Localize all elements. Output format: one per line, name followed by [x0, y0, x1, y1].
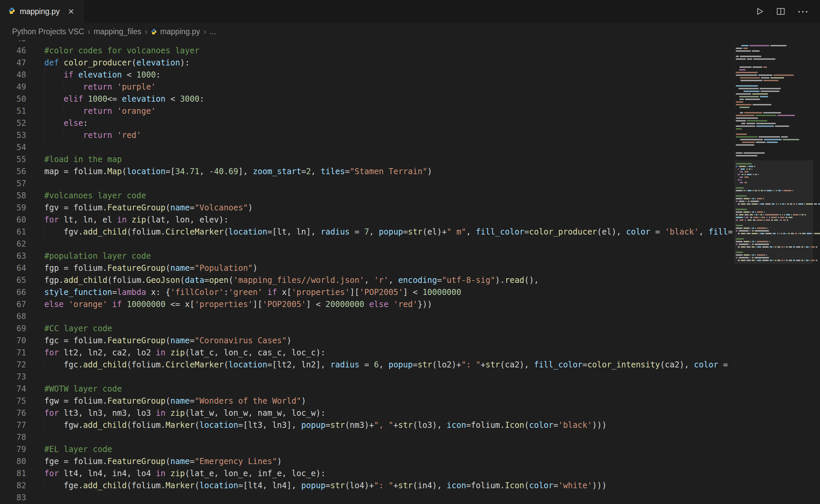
code-line[interactable]: 72 fgc.add_child(folium.CircleMarker(loc…	[0, 359, 820, 371]
code-line[interactable]: 63#population layer code	[0, 250, 820, 262]
code-line[interactable]: 78	[0, 431, 820, 443]
minimap-line	[736, 104, 810, 105]
breadcrumb-item--[interactable]: ...	[210, 27, 216, 36]
code-line[interactable]: 49 return 'purple'	[0, 81, 820, 93]
line-number[interactable]: 81	[0, 467, 26, 480]
code-line[interactable]: 58#volcanoes layer code	[0, 190, 820, 202]
line-number[interactable]: 64	[0, 262, 26, 274]
line-number[interactable]: 53	[0, 129, 26, 141]
run-button[interactable]	[755, 7, 764, 16]
line-number[interactable]: 71	[0, 347, 26, 359]
line-number[interactable]: 59	[0, 202, 26, 214]
line-number[interactable]: 80	[0, 455, 26, 467]
code-line[interactable]: 68	[0, 310, 820, 322]
minimap-slider[interactable]	[734, 160, 813, 263]
line-number[interactable]: 67	[0, 298, 26, 310]
code-line[interactable]: 54	[0, 141, 820, 153]
line-number[interactable]: 60	[0, 214, 26, 226]
breadcrumb-item-mapping-py[interactable]: mapping.py	[151, 27, 200, 36]
code-line[interactable]: 67else 'orange' if 10000000 <= x['proper…	[0, 298, 820, 310]
code-editor[interactable]: 4546#color codes for volcanoes layer47de…	[0, 40, 820, 504]
line-number[interactable]: 48	[0, 69, 26, 81]
line-number[interactable]: 75	[0, 395, 26, 407]
code-line[interactable]: 55#load in the map	[0, 153, 820, 165]
code-line[interactable]: 64fgp = folium.FeatureGroup(name="Popula…	[0, 262, 820, 274]
code-token: (folium.	[127, 227, 166, 237]
code-line[interactable]: 48 if elevation < 1000:	[0, 69, 820, 81]
code-line[interactable]: 56map = folium.Map(location=[34.71, -40.…	[0, 165, 820, 178]
close-tab-icon[interactable]: ×	[68, 6, 74, 16]
line-number[interactable]: 49	[0, 81, 26, 93]
code-line[interactable]: 77 fgw.add_child(folium.Marker(location=…	[0, 419, 820, 431]
line-number[interactable]: 45	[0, 40, 26, 45]
line-number[interactable]: 54	[0, 141, 26, 153]
line-number[interactable]: 56	[0, 165, 26, 178]
minimap[interactable]	[734, 40, 820, 504]
line-number[interactable]: 66	[0, 286, 26, 298]
line-number[interactable]: 70	[0, 335, 26, 347]
code-line[interactable]: 61 fgv.add_child(folium.CircleMarker(loc…	[0, 226, 820, 238]
code-line[interactable]: 76for lt3, ln3, nm3, lo3 in zip(lat_w, l…	[0, 407, 820, 419]
code-line[interactable]: 50 elif 1000<= elevation < 3000:	[0, 93, 820, 105]
line-number[interactable]: 74	[0, 383, 26, 395]
code-line[interactable]: 51 return 'orange'	[0, 105, 820, 117]
code-line[interactable]: 75fgw = folium.FeatureGroup(name="Wonder…	[0, 395, 820, 407]
more-actions-button[interactable]: ⋯	[797, 6, 809, 17]
line-number[interactable]: 58	[0, 190, 26, 202]
split-editor-button[interactable]	[776, 7, 785, 16]
code-line[interactable]: 59fgv = folium.FeatureGroup(name="Volcan…	[0, 202, 820, 214]
code-line[interactable]: 53 return 'red'	[0, 129, 820, 141]
code-line[interactable]: 82 fge.add_child(folium.Marker(location=…	[0, 480, 820, 492]
code-line[interactable]: 73	[0, 371, 820, 383]
line-number[interactable]: 61	[0, 226, 26, 238]
code-line[interactable]: 80fge = folium.FeatureGroup(name="Emerge…	[0, 455, 820, 467]
line-number[interactable]: 50	[0, 93, 26, 105]
breadcrumb-item-mapping-files[interactable]: mapping_files	[94, 27, 141, 36]
code-line[interactable]: 71for lt2, ln2, ca2, lo2 in zip(lat_c, l…	[0, 347, 820, 359]
code-line[interactable]: 62	[0, 238, 820, 250]
indent-guide	[44, 105, 45, 117]
code-line[interactable]: 47def color_producer(elevation):	[0, 57, 820, 69]
code-line-content: #load in the map	[44, 153, 820, 165]
line-number[interactable]: 68	[0, 310, 26, 322]
code-line[interactable]: 60for lt, ln, el in zip(lat, lon, elev):	[0, 214, 820, 226]
code-line[interactable]: 65fgp.add_child(folium.GeoJson(data=open…	[0, 274, 820, 286]
line-number[interactable]: 72	[0, 359, 26, 371]
line-number[interactable]: 63	[0, 250, 26, 262]
code-token: (	[165, 396, 170, 406]
code-token: 40.69	[214, 167, 238, 176]
code-line[interactable]: 66style_function=lambda x: {'fillColor':…	[0, 286, 820, 298]
line-number[interactable]: 47	[0, 57, 26, 69]
minimap-line	[736, 66, 810, 68]
line-number[interactable]: 57	[0, 178, 26, 190]
line-number[interactable]: 76	[0, 407, 26, 419]
code-line[interactable]: 83	[0, 492, 820, 504]
code-line[interactable]: 79#EL layer code	[0, 443, 820, 455]
line-number[interactable]: 77	[0, 419, 26, 431]
code-token: =[lt, ln],	[267, 227, 321, 237]
line-number[interactable]: 55	[0, 153, 26, 165]
line-number[interactable]: 79	[0, 443, 26, 455]
code-line[interactable]: 70fgc = folium.FeatureGroup(name="Corona…	[0, 335, 820, 347]
code-line[interactable]: 69#CC layer code	[0, 322, 820, 335]
code-line[interactable]: 52 else:	[0, 117, 820, 129]
line-number[interactable]: 51	[0, 105, 26, 117]
code-line[interactable]: 45	[0, 40, 820, 45]
code-line[interactable]: 81for lt4, ln4, in4, lo4 in zip(lat_e, l…	[0, 467, 820, 480]
line-number[interactable]: 83	[0, 492, 26, 504]
line-number[interactable]: 52	[0, 117, 26, 129]
line-number[interactable]: 78	[0, 431, 26, 443]
code-line[interactable]: 46#color codes for volcanoes layer	[0, 45, 820, 57]
code-token: add_child	[83, 227, 127, 237]
tab-mapping-py[interactable]: mapping.py ×	[0, 0, 84, 23]
line-number[interactable]: 46	[0, 45, 26, 57]
line-number[interactable]: 62	[0, 238, 26, 250]
breadcrumb-item-python-projects-vsc[interactable]: Python Projects VSC	[12, 27, 84, 36]
code-line[interactable]: 57	[0, 178, 820, 190]
line-number[interactable]: 73	[0, 371, 26, 383]
line-number[interactable]: 82	[0, 480, 26, 492]
line-number[interactable]: 69	[0, 322, 26, 335]
code-line[interactable]: 74#WOTW layer code	[0, 383, 820, 395]
line-number[interactable]: 65	[0, 274, 26, 286]
code-token: name	[170, 457, 190, 466]
